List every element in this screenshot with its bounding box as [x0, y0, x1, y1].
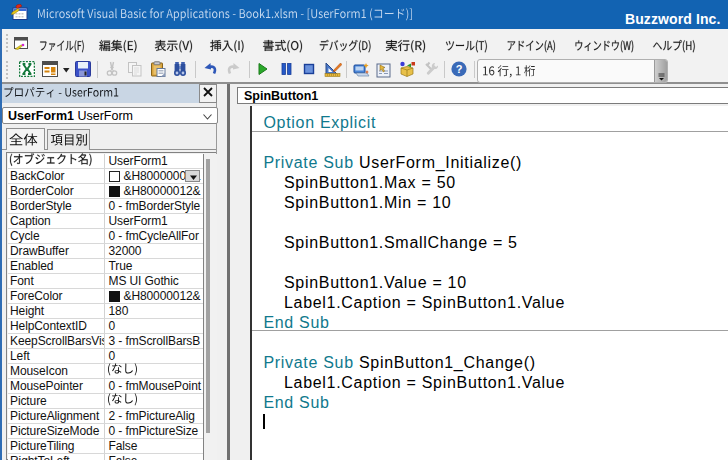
svg-text:?: ? — [456, 63, 463, 75]
